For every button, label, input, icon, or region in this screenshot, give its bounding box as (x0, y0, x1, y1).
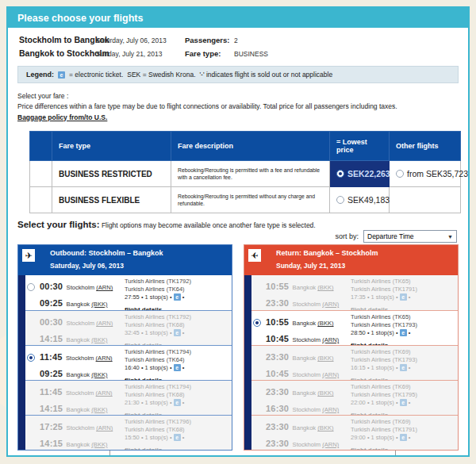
departure-city: Stockholm (ARN) (66, 355, 113, 362)
stops: 1 stop(s) (371, 293, 394, 301)
arrival-airport-link: (ARN) (322, 371, 339, 378)
flight-row[interactable]: 10:55 Bangkok (BKK) 10:45 Stockholm (ARN… (251, 310, 458, 345)
departure-airport-link: (ARN) (96, 424, 113, 431)
arrival-city: Stockholm (ARN) (293, 301, 340, 308)
flight-columns: ✈ Outbound: Stockholm – Bangkok Saturday… (17, 244, 459, 451)
fare-other-radio[interactable] (396, 170, 404, 178)
stops: 1 stop(s) (371, 434, 394, 441)
departure-airport-link[interactable]: (ARN) (96, 284, 113, 291)
stops: 1 stop(s) (371, 329, 394, 336)
arrival-city: Stockholm (ARN) (293, 336, 340, 343)
departure-airport-link[interactable]: (ARN) (96, 355, 113, 362)
sort-by-select[interactable]: Departure Time ▼ (363, 230, 457, 243)
duration: 16:40 (125, 364, 140, 371)
arrival-time: 10:45 (266, 334, 289, 343)
departure-time: 00:30 (40, 317, 63, 327)
arrival-time: 16:30 (266, 404, 289, 413)
departure-airport-link: (ARN) (96, 320, 113, 327)
arrival-city: Bangkok (BKK) (67, 371, 108, 378)
baggage-policy-link[interactable]: Baggage policy from/to U.S. (17, 113, 107, 123)
flight-times: 00:30 Stockholm (ARN) 09:25 Bangkok (BKK… (40, 278, 122, 310)
flight-radio[interactable] (27, 283, 35, 291)
legend-bar: Legend: e = electronic ticket. SEK = Swe… (17, 66, 459, 83)
fare-name: BUSINESS FLEXIBLE (52, 187, 171, 213)
outbound-column: ✈ Outbound: Stockholm – Bangkok Saturday… (17, 244, 232, 451)
flight-details-link[interactable]: flight details (351, 342, 388, 345)
radio-column (253, 313, 266, 345)
departure-airport-link: (ARN) (96, 389, 113, 397)
airline-segment-1: Turkish Airlines (TK69) (351, 383, 456, 390)
eticket-icon: e (174, 399, 181, 406)
flight-row[interactable]: 11:45 Stockholm (ARN) 09:25 Bangkok (BKK… (25, 345, 232, 380)
arrival-airport-link: (BKK) (91, 336, 107, 343)
fare-lowest-radio[interactable] (336, 170, 344, 178)
airline-segment-2: Turkish Airlines (TK1793) (351, 321, 456, 328)
radio-column (27, 278, 40, 310)
arrival-time: 14:15 (40, 334, 63, 343)
plane-right-icon: ✈ (22, 249, 35, 262)
fare-description: Rebooking/Rerouting is permitted without… (171, 187, 330, 213)
eticket-icon: e (400, 329, 407, 336)
flight-radio[interactable] (27, 354, 35, 362)
stops: 1 stop(s) (145, 364, 168, 371)
eticket-icon: e (58, 71, 65, 79)
departure-city: Bangkok (BKK) (293, 355, 334, 362)
arrival-time: 23:30 (266, 298, 289, 308)
stops: 1 stop(s) (371, 399, 394, 406)
airline-segment-2: Turkish Airlines (TK1795) (351, 391, 456, 398)
arrival-airport-link[interactable]: (BKK) (91, 371, 107, 378)
duration-stops: 27:55 • 1 stop(s) • e • (125, 293, 230, 301)
flight-details-link[interactable]: flight details (125, 377, 162, 380)
flight-times: 23:30 Bangkok (BKK) 23:30 Stockholm (ARN… (266, 418, 348, 450)
fare-lowest-radio[interactable] (336, 196, 344, 204)
departure-airport-link: (BKK) (317, 389, 333, 397)
departure-time: 23:30 (266, 422, 289, 431)
flight-info: Turkish Airlines (TK1792) Turkish Airlin… (122, 278, 230, 310)
flight-info: Turkish Airlines (TK1796) Turkish Airlin… (122, 418, 230, 450)
departure-city: Bangkok (BKK) (293, 424, 334, 431)
radio-column (253, 348, 266, 380)
airline-segment-1: Turkish Airlines (TK1792) (125, 278, 230, 285)
airline-segment-1: Turkish Airlines (TK69) (351, 348, 456, 355)
arrival-airport-link[interactable]: (BKK) (91, 301, 107, 308)
flight-details-link: flight details (351, 412, 388, 415)
return-date-title: Sunday, July 21, 2013 (276, 262, 453, 270)
other-flights-cell[interactable]: from SEK35,723 (390, 161, 461, 187)
flight-row: 00:30 Stockholm (ARN) 14:15 Bangkok (BKK… (25, 310, 232, 345)
arrival-time: 14:15 (40, 404, 63, 413)
duration-stops: 22:00 • 1 stop(s) • e • (351, 399, 456, 406)
duration-stops: 32:45 • 1 stop(s) • e • (125, 329, 230, 336)
arrival-city: Bangkok (BKK) (67, 336, 108, 343)
flight-details-link: flight details (351, 306, 388, 310)
departure-airport-link[interactable]: (BKK) (317, 320, 333, 327)
flight-radio[interactable] (253, 319, 261, 327)
page-title: Please choose your flights (8, 8, 468, 28)
flight-times: 23:30 Bangkok (BKK) 10:45 Stockholm (ARN… (266, 348, 348, 380)
flight-details-link[interactable]: flight details (125, 306, 162, 310)
fare-type-label: Fare type: (185, 49, 234, 58)
eticket-icon: e (174, 293, 181, 301)
radio-column (27, 418, 40, 450)
lowest-price-cell[interactable]: SEK22,263 (330, 161, 390, 187)
departure-city: Bangkok (BKK) (293, 284, 334, 291)
flight-info: Turkish Airlines (TK1794) Turkish Airlin… (122, 348, 230, 380)
radio-column (253, 278, 266, 310)
airline-segment-1: Turkish Airlines (TK69) (351, 418, 456, 425)
eticket-icon: e (400, 364, 407, 371)
outbound-route: Stockholm to Bangkok (19, 35, 96, 44)
legend-dash-text: '-' indicates flight is sold out or not … (200, 71, 333, 79)
airline-segment-2: Turkish Airlines (TK68) (125, 391, 230, 398)
radio-column (27, 348, 40, 380)
departure-city: Bangkok (BKK) (293, 320, 334, 327)
trip-summary: Stockholm to Bangkok Saturday, July 06, … (8, 28, 468, 63)
arrival-airport-link[interactable]: (ARN) (322, 336, 339, 343)
airline-segment-1: Turkish Airlines (TK65) (351, 313, 456, 320)
flight-row: 10:55 Bangkok (BKK) 23:30 Stockholm (ARN… (251, 275, 458, 310)
arrival-airport-link: (BKK) (91, 441, 107, 448)
flight-info: Turkish Airlines (TK69) Turkish Airlines… (348, 383, 456, 415)
connector-line (109, 451, 110, 457)
lowest-price-cell[interactable]: SEK49,183 (330, 187, 390, 213)
flight-row[interactable]: 00:30 Stockholm (ARN) 09:25 Bangkok (BKK… (25, 275, 232, 310)
airline-segment-2: Turkish Airlines (TK1791) (351, 426, 456, 433)
plane-left-icon: ✈ (248, 249, 261, 262)
